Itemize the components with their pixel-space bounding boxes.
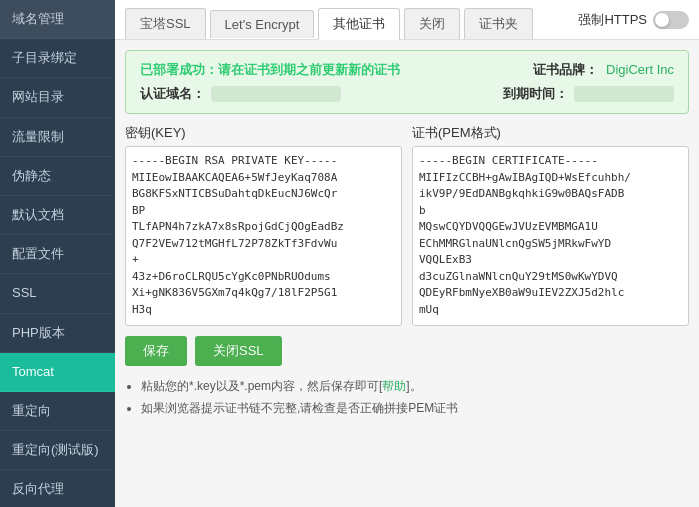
- cert-section-label: 证书(PEM格式): [412, 124, 689, 142]
- sidebar-item-pseudo-static[interactable]: 伪静态: [0, 157, 115, 196]
- success-title: 已部署成功：请在证书到期之前更新新的证书: [140, 61, 400, 79]
- toggle-knob: [655, 13, 669, 27]
- tab-baota-ssl[interactable]: 宝塔SSL: [125, 8, 206, 39]
- sidebar-item-redirect[interactable]: 重定向: [0, 392, 115, 431]
- tips-list: 粘贴您的*.key以及*.pem内容，然后保存即可[帮助]。 如果浏览器提示证书…: [125, 376, 689, 419]
- main-panel: 宝塔SSL Let's Encrypt 其他证书 关闭 证书夹 强制HTTPS …: [115, 0, 699, 507]
- expiry-value: [574, 86, 674, 102]
- tip-1: 粘贴您的*.key以及*.pem内容，然后保存即可[帮助]。: [141, 376, 689, 398]
- sidebar-item-subdir-bind[interactable]: 子目录绑定: [0, 39, 115, 78]
- sidebar-item-reverse-proxy[interactable]: 反向代理: [0, 470, 115, 507]
- success-banner: 已部署成功：请在证书到期之前更新新的证书 认证域名： 证书品牌： DigiCer…: [125, 50, 689, 114]
- sidebar-item-php-version[interactable]: PHP版本: [0, 314, 115, 353]
- content-area: 已部署成功：请在证书到期之前更新新的证书 认证域名： 证书品牌： DigiCer…: [115, 40, 699, 507]
- tab-other-cert[interactable]: 其他证书: [318, 8, 400, 40]
- brand-label: 证书品牌：: [533, 62, 598, 77]
- tip-2: 如果浏览器提示证书链不完整,请检查是否正确拼接PEM证书: [141, 398, 689, 420]
- save-button[interactable]: 保存: [125, 336, 187, 366]
- sidebar-item-domain-manage[interactable]: 域名管理: [0, 0, 115, 39]
- expiry-label: 到期时间：: [503, 85, 568, 103]
- key-section: 密钥(KEY): [125, 124, 402, 326]
- close-ssl-button[interactable]: 关闭SSL: [195, 336, 282, 366]
- cert-textarea[interactable]: [412, 146, 689, 326]
- key-section-label: 密钥(KEY): [125, 124, 402, 142]
- domain-label: 认证域名：: [140, 85, 205, 103]
- force-https-toggle[interactable]: [653, 11, 689, 29]
- tab-lets-encrypt[interactable]: Let's Encrypt: [210, 10, 315, 38]
- success-left: 已部署成功：请在证书到期之前更新新的证书 认证域名：: [140, 61, 400, 103]
- sidebar: 域名管理 子目录绑定 网站目录 流量限制 伪静态 默认文档 配置文件 SSL P…: [0, 0, 115, 507]
- force-https-container: 强制HTTPS: [578, 11, 689, 37]
- sidebar-item-redirect-beta[interactable]: 重定向(测试版): [0, 431, 115, 470]
- sidebar-item-traffic-limit[interactable]: 流量限制: [0, 118, 115, 157]
- sidebar-item-default-doc[interactable]: 默认文档: [0, 196, 115, 235]
- key-textarea[interactable]: [125, 146, 402, 326]
- sidebar-item-website-dir[interactable]: 网站目录: [0, 78, 115, 117]
- success-right: 证书品牌： DigiCert Inc 到期时间：: [503, 61, 674, 103]
- domain-value: [211, 86, 341, 102]
- tabs-bar: 宝塔SSL Let's Encrypt 其他证书 关闭 证书夹 强制HTTPS: [115, 0, 699, 40]
- domain-row: 认证域名：: [140, 85, 400, 103]
- cert-section: 证书(PEM格式): [412, 124, 689, 326]
- key-cert-row: 密钥(KEY) 证书(PEM格式): [125, 124, 689, 326]
- tab-cert-folder[interactable]: 证书夹: [464, 8, 533, 39]
- force-https-label: 强制HTTPS: [578, 11, 647, 29]
- expiry-row: 到期时间：: [503, 85, 674, 103]
- sidebar-item-config-file[interactable]: 配置文件: [0, 235, 115, 274]
- brand-value: DigiCert Inc: [606, 62, 674, 77]
- sidebar-item-tomcat[interactable]: Tomcat: [0, 353, 115, 392]
- sidebar-item-ssl[interactable]: SSL: [0, 274, 115, 313]
- brand-row: 证书品牌： DigiCert Inc: [503, 61, 674, 79]
- btn-row: 保存 关闭SSL: [125, 336, 689, 366]
- help-link[interactable]: 帮助: [382, 379, 406, 393]
- tab-close-ssl[interactable]: 关闭: [404, 8, 460, 39]
